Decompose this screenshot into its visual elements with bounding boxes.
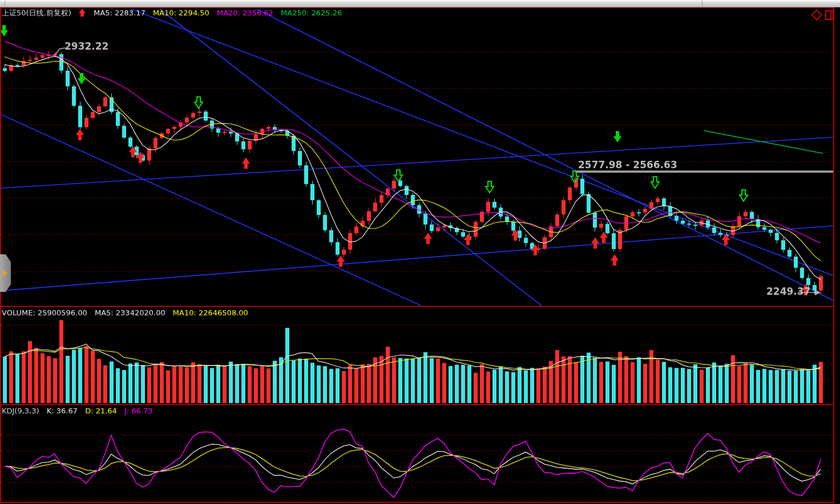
restore-icon[interactable] bbox=[825, 10, 834, 20]
chart-window: 上证50(日线.前复权) MA5: 2283.17 MA10: 2294.50 … bbox=[0, 0, 840, 504]
main-pane-header: 上证50(日线.前复权) MA5: 2283.17 MA10: 2294.50 … bbox=[2, 8, 347, 18]
diamond-icon[interactable] bbox=[811, 9, 822, 21]
resistance-range-annotation: 2577.98 - 2566.63 bbox=[578, 159, 677, 170]
ma10-value: MA10: 2294.50 bbox=[153, 9, 209, 17]
kdj-k-value: K: 36.67 bbox=[47, 407, 78, 415]
volume-pane-header: VOLUME: 25900596.00 MA5: 23342020.00 MA1… bbox=[2, 308, 253, 317]
up-arrow-icon bbox=[79, 9, 86, 17]
expand-arrow-icon bbox=[2, 270, 7, 277]
kdj-pane-header: KDJ(9,3,3) K: 36.67 D: 21.64 J: 66.73 bbox=[2, 407, 158, 415]
volume-ma10-value: MA10: 22646508.00 bbox=[173, 308, 248, 317]
top-strip-divider bbox=[702, 1, 702, 6]
volume-ma5-value: MA5: 23342020.00 bbox=[95, 308, 165, 317]
chart-canvas[interactable] bbox=[0, 0, 840, 504]
top-strip-divider bbox=[5, 1, 5, 6]
peak-price-annotation: 2932.22 bbox=[64, 40, 108, 52]
kdj-j-value: J: 66.73 bbox=[124, 407, 153, 415]
ma5-value: MA5: 2283.17 bbox=[94, 9, 146, 17]
ma250-value: MA250: 2625.26 bbox=[281, 9, 342, 17]
window-top-strip bbox=[0, 0, 840, 7]
kdj-label: KDJ(9,3,3) bbox=[2, 407, 39, 415]
panel-expand-handle[interactable] bbox=[0, 254, 11, 292]
volume-value: VOLUME: 25900596.00 bbox=[2, 308, 87, 317]
kdj-d-value: D: 21.64 bbox=[85, 407, 117, 415]
pane-corner-controls bbox=[811, 9, 834, 21]
symbol-title: 上证50(日线.前复权) bbox=[2, 9, 71, 17]
ma20-value: MA20: 2356.62 bbox=[217, 9, 273, 17]
low-price-annotation: 2249.37 bbox=[766, 286, 810, 297]
restore-icon-inner bbox=[830, 11, 831, 19]
